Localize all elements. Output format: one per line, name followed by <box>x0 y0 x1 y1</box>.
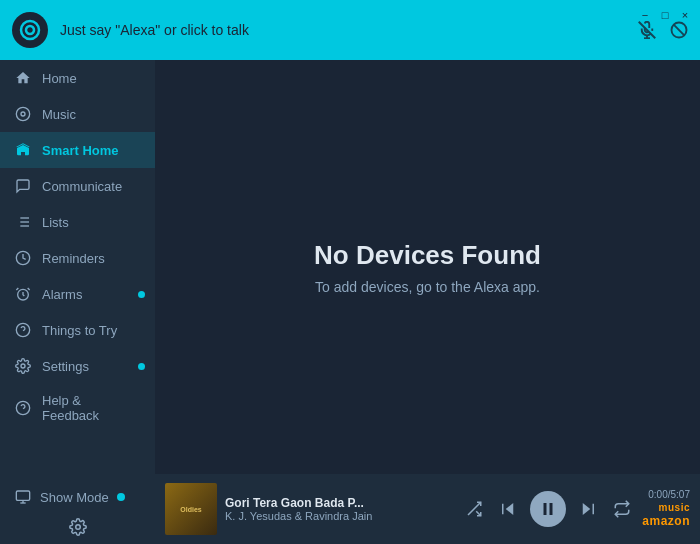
cancel-icon[interactable] <box>670 21 688 39</box>
album-art-inner: Oldies <box>165 483 217 535</box>
sidebar-label-home: Home <box>42 71 77 86</box>
no-devices-subtitle: To add devices, go to the Alexa app. <box>315 279 540 295</box>
no-devices-section: No Devices Found To add devices, go to t… <box>155 60 700 474</box>
microphone-muted-icon[interactable] <box>638 21 656 39</box>
player-controls <box>462 491 634 527</box>
sidebar-label-smart-home: Smart Home <box>42 143 119 158</box>
shuffle-button[interactable] <box>462 497 486 521</box>
settings-gear-icon[interactable] <box>69 518 87 536</box>
title-bar-prompt[interactable]: Just say "Alexa" or click to talk <box>60 22 638 38</box>
svg-point-25 <box>75 525 80 530</box>
title-bar-controls <box>638 21 688 39</box>
no-devices-title: No Devices Found <box>314 240 541 271</box>
settings-dot <box>138 363 145 370</box>
sidebar-item-music[interactable]: Music <box>0 96 155 132</box>
previous-button[interactable] <box>496 497 520 521</box>
svg-point-0 <box>21 21 39 39</box>
sidebar-label-help: Help & Feedback <box>42 393 141 423</box>
sidebar-label-communicate: Communicate <box>42 179 122 194</box>
sidebar-item-alarms[interactable]: Alarms <box>0 276 155 312</box>
sidebar-label-things-to-try: Things to Try <box>42 323 117 338</box>
album-label: Oldies <box>178 504 203 515</box>
home-icon <box>14 69 32 87</box>
album-art: Oldies <box>165 483 217 535</box>
close-button[interactable]: × <box>678 8 692 22</box>
svg-point-19 <box>21 364 25 368</box>
lists-icon <box>14 213 32 231</box>
sidebar-item-home[interactable]: Home <box>0 60 155 96</box>
smart-home-icon <box>14 141 32 159</box>
svg-marker-32 <box>583 503 591 515</box>
sidebar-label-lists: Lists <box>42 215 69 230</box>
show-mode-row[interactable]: Show Mode <box>0 480 155 514</box>
player-right: 0:00/5:07 music amazon <box>642 489 690 528</box>
sidebar-bottom: Show Mode <box>0 472 155 544</box>
svg-rect-22 <box>16 491 29 500</box>
svg-marker-28 <box>506 503 514 515</box>
svg-point-8 <box>21 112 25 116</box>
sidebar-label-alarms: Alarms <box>42 287 82 302</box>
repeat-button[interactable] <box>610 497 634 521</box>
things-to-try-icon <box>14 321 32 339</box>
alarms-icon <box>14 285 32 303</box>
music-icon <box>14 105 32 123</box>
music-logo: music amazon <box>642 502 690 528</box>
sidebar-item-help[interactable]: Help & Feedback <box>0 384 155 432</box>
svg-rect-30 <box>544 503 547 515</box>
maximize-button[interactable]: □ <box>658 8 672 22</box>
main-layout: Home Music Smart Home <box>0 60 700 544</box>
svg-point-1 <box>26 26 34 34</box>
sidebar-item-communicate[interactable]: Communicate <box>0 168 155 204</box>
communicate-icon <box>14 177 32 195</box>
time-display: 0:00/5:07 <box>648 489 690 500</box>
player-bar: Oldies Gori Tera Gaon Bada P... K. J. Ye… <box>155 474 700 544</box>
content-area: No Devices Found To add devices, go to t… <box>155 60 700 544</box>
svg-point-7 <box>16 107 29 120</box>
minimize-button[interactable]: − <box>638 8 652 22</box>
show-mode-label: Show Mode <box>40 490 109 505</box>
title-bar: Just say "Alexa" or click to talk − □ <box>0 0 700 60</box>
settings-gear-row[interactable] <box>0 514 155 540</box>
show-mode-icon <box>14 488 32 506</box>
sidebar-item-reminders[interactable]: Reminders <box>0 240 155 276</box>
reminders-icon <box>14 249 32 267</box>
svg-line-6 <box>674 25 685 36</box>
sidebar-item-smart-home[interactable]: Smart Home <box>0 132 155 168</box>
song-title: Gori Tera Gaon Bada P... <box>225 496 454 510</box>
amazon-text: amazon <box>642 514 690 528</box>
sidebar-item-lists[interactable]: Lists <box>0 204 155 240</box>
pause-button[interactable] <box>530 491 566 527</box>
song-artist: K. J. Yesudas & Ravindra Jain <box>225 510 454 522</box>
song-info: Gori Tera Gaon Bada P... K. J. Yesudas &… <box>225 496 454 522</box>
window-controls: − □ × <box>638 8 692 22</box>
sidebar-item-things-to-try[interactable]: Things to Try <box>0 312 155 348</box>
alarms-dot <box>138 291 145 298</box>
sidebar: Home Music Smart Home <box>0 60 155 544</box>
alexa-logo <box>12 12 48 48</box>
sidebar-label-music: Music <box>42 107 76 122</box>
sidebar-label-settings: Settings <box>42 359 89 374</box>
settings-icon <box>14 357 32 375</box>
svg-rect-31 <box>550 503 553 515</box>
help-icon <box>14 399 32 417</box>
sidebar-item-settings[interactable]: Settings <box>0 348 155 384</box>
show-mode-dot <box>117 493 125 501</box>
sidebar-label-reminders: Reminders <box>42 251 105 266</box>
next-button[interactable] <box>576 497 600 521</box>
music-text: music <box>659 502 690 513</box>
